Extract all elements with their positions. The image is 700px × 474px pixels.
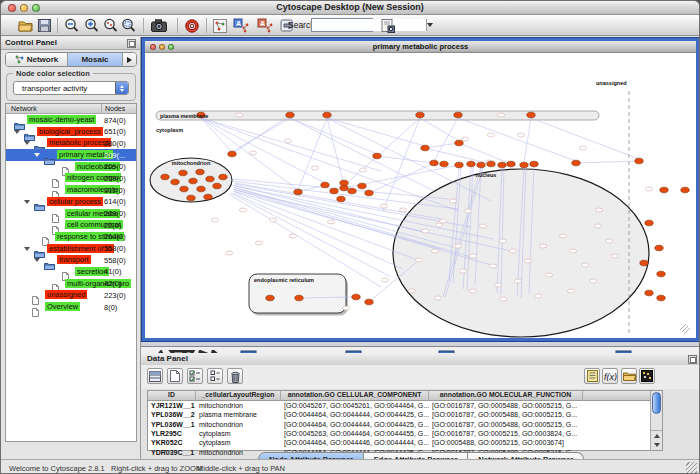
tree-row[interactable]: multi-organism pro42(0) <box>6 278 136 290</box>
tree-row[interactable]: establishment of lo558(0) <box>6 243 136 255</box>
gene-node[interactable] <box>294 189 302 195</box>
resize-grip[interactable] <box>686 462 697 473</box>
tree-row[interactable]: primary metabo209(... <box>6 149 136 161</box>
small-node[interactable] <box>595 208 602 212</box>
zoom-out-icon[interactable] <box>63 17 80 34</box>
small-node[interactable] <box>249 151 256 155</box>
gene-node[interactable] <box>421 145 429 151</box>
gene-node[interactable] <box>365 190 373 196</box>
zoom-fit-icon[interactable] <box>120 17 137 34</box>
gene-node[interactable] <box>206 176 214 182</box>
gene-node[interactable] <box>219 174 227 180</box>
small-node[interactable] <box>567 289 574 293</box>
gene-node[interactable] <box>440 161 448 167</box>
small-node[interactable] <box>479 224 486 228</box>
scrollbar-thumb[interactable] <box>652 392 661 414</box>
gene-node[interactable] <box>161 174 169 180</box>
gene-node[interactable] <box>358 183 366 189</box>
gene-node[interactable] <box>330 188 338 194</box>
save-session-icon[interactable] <box>36 17 53 34</box>
network-window-titlebar[interactable]: primary metabolic process <box>145 41 696 53</box>
gene-node[interactable] <box>635 158 643 164</box>
delete-attribute-icon[interactable] <box>227 368 243 384</box>
small-node[interactable] <box>581 263 588 267</box>
small-node[interactable] <box>579 146 586 150</box>
small-node[interactable] <box>269 218 276 222</box>
small-node[interactable] <box>399 208 406 212</box>
network-style-red-icon[interactable]: A <box>256 17 273 34</box>
gene-node[interactable] <box>323 112 331 118</box>
table-scrollbar[interactable] <box>650 391 662 450</box>
gene-node[interactable] <box>179 170 187 176</box>
small-node[interactable] <box>435 223 442 227</box>
table-column-header[interactable]: ID <box>148 391 196 401</box>
gene-node[interactable] <box>197 186 205 192</box>
gene-node[interactable] <box>657 271 665 277</box>
small-node[interactable] <box>311 166 318 170</box>
expand-arrow-icon[interactable] <box>14 130 20 134</box>
unselect-attributes-icon[interactable] <box>207 368 223 384</box>
small-node[interactable] <box>235 113 242 117</box>
tree-row[interactable]: secretion41(0) <box>6 266 136 278</box>
small-node[interactable] <box>459 269 466 273</box>
select-attributes-icon[interactable] <box>187 368 203 384</box>
gene-node[interactable] <box>660 187 668 193</box>
small-node[interactable] <box>327 220 334 224</box>
small-node[interactable] <box>461 137 468 141</box>
tree-row[interactable]: mosaic-demo-yeast874(0) <box>6 114 136 126</box>
gene-node[interactable] <box>416 112 424 118</box>
gene-node[interactable] <box>365 299 373 305</box>
small-node[interactable] <box>469 254 476 258</box>
tree-row[interactable]: biological_process651(0) <box>6 126 136 138</box>
expand-arrow-icon[interactable] <box>34 258 40 262</box>
gene-node[interactable] <box>189 178 197 184</box>
tree-row[interactable]: response to stimulu264(0) <box>6 231 136 243</box>
gene-node[interactable] <box>657 295 665 301</box>
help-lifering-icon[interactable] <box>183 17 200 34</box>
zoom-in-icon[interactable] <box>83 17 100 34</box>
tree-row[interactable]: transport558(0) <box>6 254 136 266</box>
gene-node[interactable] <box>196 169 204 175</box>
small-node[interactable] <box>539 244 546 248</box>
small-node[interactable] <box>514 279 521 283</box>
gene-node[interactable] <box>286 112 294 118</box>
formula-icon[interactable]: f(x) <box>602 368 618 384</box>
tree-row[interactable]: nitrogen compo209(0) <box>6 172 136 184</box>
small-node[interactable] <box>284 139 291 143</box>
attribute-list-icon[interactable] <box>584 368 600 384</box>
gene-node[interactable] <box>213 183 221 189</box>
gene-node[interactable] <box>645 220 653 226</box>
small-node[interactable] <box>645 187 652 191</box>
small-node[interactable] <box>421 229 428 233</box>
gene-node[interactable] <box>321 182 329 188</box>
small-node[interactable] <box>380 204 387 208</box>
gene-node[interactable] <box>487 161 495 167</box>
small-node[interactable] <box>415 258 422 262</box>
gene-node[interactable] <box>373 153 381 159</box>
table-column-header[interactable]: annotation.GO MOLECULAR_FUNCTION <box>429 391 583 401</box>
gene-node[interactable] <box>266 295 274 301</box>
gene-node[interactable] <box>455 162 463 168</box>
open-file-icon[interactable] <box>17 17 34 34</box>
small-node[interactable] <box>594 224 601 228</box>
tree-row[interactable]: cellular process614(0) <box>6 196 136 208</box>
tree-row[interactable]: Overview8(0) <box>6 301 136 313</box>
float-panel-icon[interactable] <box>127 39 136 48</box>
gene-node[interactable] <box>340 180 348 186</box>
tab-mosaic[interactable]: Mosaic <box>68 53 123 66</box>
gene-node[interactable] <box>681 187 689 193</box>
small-node[interactable] <box>289 234 296 238</box>
gene-node[interactable] <box>477 162 485 168</box>
small-node[interactable] <box>408 289 415 293</box>
search-input[interactable] <box>312 19 426 31</box>
small-node[interactable] <box>211 218 218 222</box>
small-node[interactable] <box>469 289 476 293</box>
gene-node[interactable] <box>520 162 528 168</box>
tree-row[interactable]: cellular metabo209(0) <box>6 208 136 220</box>
tab-network[interactable]: Network <box>6 53 68 66</box>
new-attribute-icon[interactable] <box>167 368 183 384</box>
advanced-search-icon[interactable] <box>379 17 396 34</box>
search-dropdown-button[interactable] <box>426 19 433 31</box>
scrollbar-arrows[interactable] <box>651 430 662 450</box>
small-node[interactable] <box>225 251 232 255</box>
